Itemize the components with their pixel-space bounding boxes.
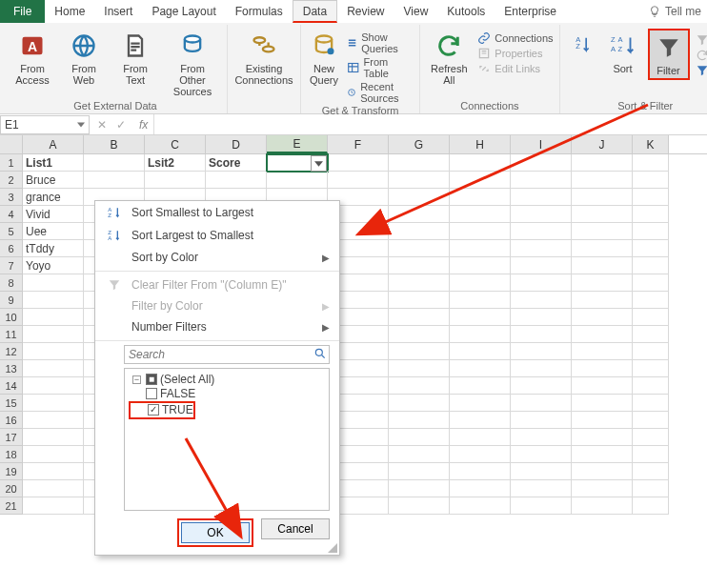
cell[interactable]	[389, 274, 450, 292]
cell[interactable]	[450, 497, 511, 515]
cell[interactable]: grance	[23, 189, 84, 206]
row-header[interactable]: 7	[0, 257, 23, 274]
cell[interactable]	[389, 172, 450, 189]
cell[interactable]	[572, 274, 633, 292]
tab-kutools[interactable]: Kutools	[437, 0, 495, 23]
refresh-all-button[interactable]: Refresh All	[426, 29, 472, 88]
cell[interactable]	[450, 240, 511, 257]
cell[interactable]	[450, 446, 511, 463]
cell[interactable]	[633, 172, 669, 189]
cell[interactable]	[23, 274, 84, 292]
check-true[interactable]: ✓ TRUE	[129, 401, 195, 419]
cell[interactable]	[633, 412, 669, 429]
cell[interactable]	[511, 257, 572, 274]
row-header[interactable]: 8	[0, 274, 23, 292]
cell[interactable]	[511, 360, 572, 377]
cell[interactable]: Uee	[23, 223, 84, 240]
cell[interactable]	[633, 240, 669, 257]
cell[interactable]	[206, 172, 267, 189]
cell[interactable]	[450, 292, 511, 309]
cell[interactable]	[450, 463, 511, 480]
filter-checklist[interactable]: − ■ (Select All) FALSE ✓ TRUE	[124, 368, 330, 511]
tab-home[interactable]: Home	[45, 0, 94, 23]
cell[interactable]	[572, 326, 633, 343]
cell[interactable]	[450, 189, 511, 206]
cell[interactable]	[23, 343, 84, 360]
cell[interactable]	[389, 480, 450, 497]
cell[interactable]	[572, 206, 633, 223]
col-J[interactable]: J	[572, 135, 633, 153]
from-web-button[interactable]: From Web	[61, 29, 107, 88]
cell[interactable]	[511, 343, 572, 360]
cell[interactable]	[389, 309, 450, 326]
sort-button[interactable]: ZAAZ Sort	[604, 29, 642, 76]
col-G[interactable]: G	[389, 135, 450, 153]
cell[interactable]	[511, 480, 572, 497]
cell[interactable]	[572, 154, 633, 172]
cell[interactable]	[23, 309, 84, 326]
filter-button[interactable]: Filter	[648, 29, 690, 80]
cell[interactable]	[389, 223, 450, 240]
cell[interactable]	[633, 223, 669, 240]
cell[interactable]	[633, 257, 669, 274]
row-header[interactable]: 4	[0, 206, 23, 223]
cell[interactable]	[450, 172, 511, 189]
tab-page-layout[interactable]: Page Layout	[142, 0, 225, 23]
col-D[interactable]: D	[206, 135, 267, 153]
cancel-button[interactable]: Cancel	[261, 518, 330, 539]
tab-insert[interactable]: Insert	[94, 0, 142, 23]
cell[interactable]	[572, 240, 633, 257]
cell[interactable]	[450, 412, 511, 429]
cell[interactable]	[633, 189, 669, 206]
col-A[interactable]: A	[23, 135, 84, 153]
cell[interactable]	[511, 154, 572, 172]
cell[interactable]	[572, 309, 633, 326]
cell[interactable]	[633, 292, 669, 309]
checkbox-checked-icon[interactable]: ✓	[148, 404, 159, 416]
name-box[interactable]: E1	[0, 115, 90, 134]
cell[interactable]: Score	[206, 154, 267, 172]
cell[interactable]	[389, 463, 450, 480]
filter-dropdown-handle-E[interactable]	[311, 155, 327, 172]
cell[interactable]	[572, 429, 633, 446]
cell[interactable]	[267, 172, 328, 189]
row-header[interactable]: 11	[0, 326, 23, 343]
col-E[interactable]: E	[267, 135, 328, 153]
cell[interactable]	[450, 326, 511, 343]
number-filters[interactable]: Number Filters▶	[95, 316, 339, 337]
cell[interactable]	[572, 360, 633, 377]
from-table-button[interactable]: From Table	[347, 55, 414, 80]
row-header[interactable]: 16	[0, 412, 23, 429]
cell[interactable]	[389, 257, 450, 274]
cell[interactable]	[389, 326, 450, 343]
cell[interactable]	[572, 189, 633, 206]
cell[interactable]	[389, 429, 450, 446]
row-header[interactable]: 21	[0, 497, 23, 515]
cell[interactable]	[511, 206, 572, 223]
tab-review[interactable]: Review	[337, 0, 394, 23]
cell[interactable]	[511, 189, 572, 206]
cell[interactable]	[450, 223, 511, 240]
cell[interactable]	[572, 497, 633, 515]
cell[interactable]	[389, 360, 450, 377]
row-header[interactable]: 20	[0, 480, 23, 497]
cell[interactable]	[450, 377, 511, 395]
cell[interactable]	[633, 446, 669, 463]
cell[interactable]	[450, 343, 511, 360]
cell[interactable]	[633, 206, 669, 223]
checkbox-mixed-icon[interactable]: ■	[146, 374, 157, 385]
cell[interactable]	[23, 292, 84, 309]
cell[interactable]	[389, 343, 450, 360]
col-C[interactable]: C	[145, 135, 206, 153]
cell[interactable]	[572, 223, 633, 240]
fx-icon[interactable]: fx	[133, 118, 153, 132]
row-header[interactable]: 3	[0, 189, 23, 206]
cell[interactable]	[450, 257, 511, 274]
cell[interactable]	[450, 309, 511, 326]
cell[interactable]	[633, 463, 669, 480]
cell[interactable]	[389, 240, 450, 257]
cell[interactable]	[84, 154, 145, 172]
cell[interactable]	[23, 480, 84, 497]
row-header[interactable]: 12	[0, 343, 23, 360]
from-text-button[interactable]: From Text	[112, 29, 158, 88]
